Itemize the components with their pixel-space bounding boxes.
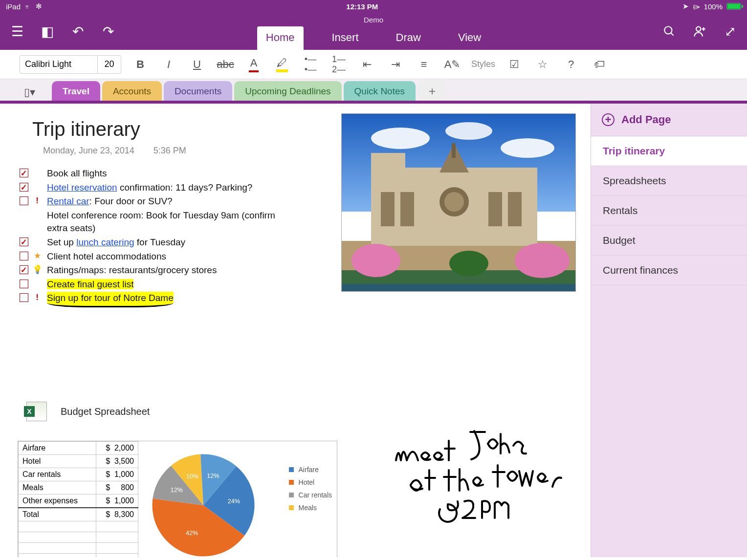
todo-text[interactable]: Rental car: Four door or SUV? [47, 195, 293, 208]
page-item[interactable]: Spreadsheets [591, 166, 747, 196]
strike-button[interactable]: abc [216, 55, 235, 74]
todo-checkbox[interactable] [20, 183, 28, 192]
svg-point-8 [501, 138, 554, 158]
todo-row[interactable]: !Sign up for tour of Notre Dame [20, 292, 293, 307]
todo-checkbox[interactable] [20, 196, 28, 205]
ink-handwriting[interactable] [391, 416, 577, 524]
ribbon-tab-insert[interactable]: Insert [323, 26, 368, 50]
budget-pie-chart: 24%42%12%10%12% AirfareHotelCar rentalsM… [138, 441, 337, 557]
font-name-input[interactable] [20, 55, 98, 74]
app-header: Demo ☰ ◧ ↶ ↷ HomeInsertDrawView ⤢ [0, 13, 747, 50]
question-tag-button[interactable]: ? [562, 55, 580, 74]
underline-button[interactable]: U [188, 55, 206, 74]
ribbon-tab-draw[interactable]: Draw [387, 26, 430, 50]
todo-checkbox[interactable] [20, 252, 28, 260]
battery-pct: 100% [704, 2, 723, 11]
align-button[interactable]: ≡ [415, 55, 433, 74]
svg-text:42%: 42% [186, 530, 198, 537]
notebook-name: Demo [0, 16, 747, 24]
todo-tag-icon: ! [32, 195, 42, 207]
section-tab-quick-notes[interactable]: Quick Notes [344, 81, 416, 101]
add-section-button[interactable]: ＋ [417, 81, 447, 101]
page-meta: Monday, June 23, 2014 5:36 PM [43, 146, 186, 156]
todo-row[interactable]: Create final guest list [20, 278, 293, 291]
todo-row[interactable]: Set up lunch catering for Tuesday [20, 236, 293, 249]
todo-text[interactable]: Book all flights [47, 167, 293, 180]
highlight-button[interactable]: 🖊 [273, 55, 291, 74]
todo-checkbox[interactable] [20, 280, 28, 288]
todo-row[interactable]: 💡Ratings/maps: restaurants/grocery store… [20, 264, 293, 277]
ribbon-tab-view[interactable]: View [449, 26, 490, 50]
font-color-button[interactable]: A [244, 55, 263, 74]
todo-row[interactable]: !Rental car: Four door or SUV? [20, 195, 293, 208]
embedded-spreadsheet[interactable]: Airfare$ 2,000Hotel$ 3,500Car rentals$ 1… [18, 441, 337, 557]
todo-text[interactable]: Hotel reservation confirmation: 11 days?… [47, 181, 293, 194]
todo-text[interactable]: Ratings/maps: restaurants/grocery stores [47, 264, 293, 277]
budget-table: Airfare$ 2,000Hotel$ 3,500Car rentals$ 1… [18, 441, 138, 557]
todo-text[interactable]: Sign up for tour of Notre Dame [47, 292, 293, 307]
workspace: Trip itinerary Monday, June 23, 2014 5:3… [0, 104, 747, 557]
note-canvas[interactable]: Trip itinerary Monday, June 23, 2014 5:3… [0, 104, 591, 557]
todo-list[interactable]: Book all flightsHotel reservation confir… [20, 167, 293, 308]
legend-item: Car rentals [289, 491, 332, 499]
todo-checkbox[interactable] [20, 265, 28, 274]
font-size-input[interactable] [98, 55, 121, 74]
svg-point-16 [444, 192, 464, 212]
todo-text[interactable]: Create final guest list [47, 278, 293, 291]
section-tab-documents[interactable]: Documents [164, 81, 232, 101]
tag-button[interactable]: 🏷 [590, 55, 609, 74]
bullets-button[interactable]: •—•— [301, 55, 320, 74]
add-page-button[interactable]: + Add Page [591, 104, 747, 136]
battery-icon [726, 3, 741, 10]
numbering-button[interactable]: 1—2— [330, 55, 348, 74]
outdent-button[interactable]: ⇤ [358, 55, 376, 74]
todo-checkbox[interactable] [20, 237, 28, 246]
page-item[interactable]: Budget [591, 226, 747, 256]
ios-status-bar: iPad ᯤ ✻ 12:13 PM ➤ ⌲ 100% [0, 0, 747, 13]
section-tab-upcoming-deadlines[interactable]: Upcoming Deadlines [234, 81, 341, 101]
plus-circle-icon: + [602, 113, 615, 126]
page-time: 5:36 PM [154, 146, 186, 155]
todo-row[interactable]: Hotel conference room: Book for Tuesday … [20, 209, 293, 235]
bold-button[interactable]: B [131, 55, 150, 74]
font-picker[interactable] [20, 55, 121, 74]
section-tab-travel[interactable]: Travel [52, 81, 100, 101]
embedded-photo[interactable] [341, 113, 576, 292]
todo-text[interactable]: Hotel conference room: Book for Tuesday … [47, 209, 293, 235]
indent-button[interactable]: ⇥ [386, 55, 405, 74]
page-item[interactable]: Trip itinerary [591, 136, 747, 166]
italic-button[interactable]: I [159, 55, 178, 74]
todo-text[interactable]: Client hotel accommodations [47, 250, 293, 263]
todo-row[interactable]: ★Client hotel accommodations [20, 250, 293, 263]
todo-tag-button[interactable]: ☑ [505, 55, 524, 74]
styles-icon[interactable]: A✎ [443, 55, 461, 74]
add-page-label: Add Page [621, 113, 671, 126]
page-item[interactable]: Current finances [591, 256, 747, 285]
file-attachment[interactable]: Budget Spreadsheet [26, 402, 150, 421]
svg-rect-12 [371, 153, 405, 182]
notebook-icon[interactable]: ▯▾ [15, 84, 44, 101]
section-tab-accounts[interactable]: Accounts [102, 81, 162, 101]
todo-row[interactable]: Hotel reservation confirmation: 11 days?… [20, 181, 293, 194]
svg-rect-14 [452, 143, 456, 158]
svg-point-6 [371, 128, 430, 149]
wifi-icon: ᯤ [24, 2, 32, 11]
location-icon: ➤ [682, 2, 689, 11]
star-tag-button[interactable]: ☆ [533, 55, 552, 74]
todo-row[interactable]: Book all flights [20, 167, 293, 180]
svg-rect-20 [508, 192, 522, 226]
styles-label: Styles [471, 59, 495, 69]
todo-text[interactable]: Set up lunch catering for Tuesday [47, 236, 293, 249]
page-title[interactable]: Trip itinerary [32, 118, 140, 140]
page-item[interactable]: Rentals [591, 196, 747, 226]
svg-point-22 [515, 243, 570, 278]
todo-checkbox[interactable] [20, 169, 28, 177]
todo-checkbox[interactable] [20, 293, 28, 302]
svg-text:12%: 12% [207, 473, 219, 479]
svg-rect-18 [400, 192, 414, 226]
section-tabs-row: ▯▾ TravelAccountsDocumentsUpcoming Deadl… [0, 79, 747, 104]
svg-rect-19 [488, 192, 502, 226]
attachment-label: Budget Spreadsheet [61, 406, 150, 417]
svg-text:10%: 10% [186, 473, 198, 480]
ribbon-tab-home[interactable]: Home [257, 26, 304, 50]
